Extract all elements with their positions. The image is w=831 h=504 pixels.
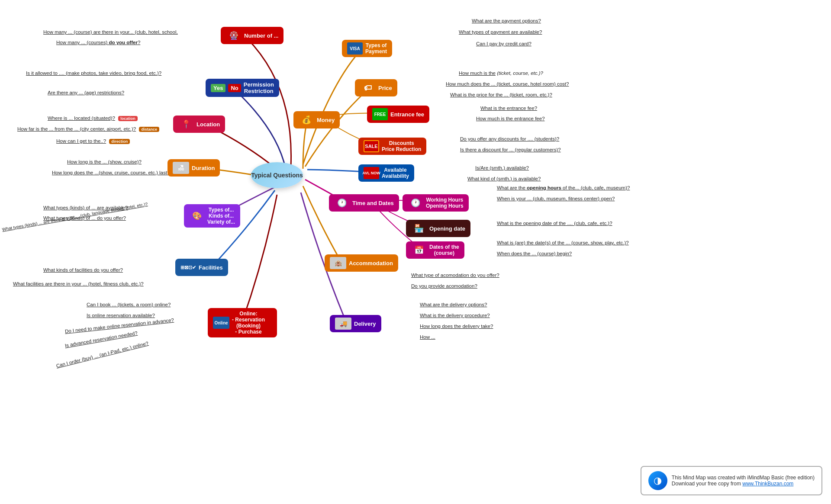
label-q-online2: Is online reservation available?: [87, 313, 155, 318]
node-money: 💰 Money: [293, 111, 340, 128]
available-icon: AVL NOW: [364, 167, 379, 179]
label-q-fac2: What facilities are there in your ... (h…: [13, 281, 144, 286]
label-q-pay3: Can I pay by credit card?: [476, 41, 531, 46]
label-q-pay2: What types of payment are available?: [459, 29, 542, 35]
label-q-num1: How many ... (course) are there in your.…: [43, 29, 178, 35]
label-q-del1: What are the delivery options?: [420, 302, 487, 307]
label-q-loc2: How far is the ... from the ... (city ce…: [17, 126, 159, 132]
label-q-loc3: How can I get to the..? direction: [56, 138, 130, 144]
opening-date-icon: 🏪: [411, 222, 427, 234]
label-q-num2: How many ... (courses) do you offer?: [56, 40, 140, 45]
accommodation-img: 🏨: [330, 257, 346, 269]
price-icon: 🏷: [360, 82, 376, 94]
label-q-avail1: Is/Are (smth.) available?: [475, 165, 529, 170]
node-entrance-fee: FREE Entrance fee: [367, 106, 429, 123]
label-q-dur1: How long is the ... (show, cruise)?: [67, 159, 142, 164]
node-discounts: SALE Discounts Price Reduction: [358, 138, 426, 155]
label-q-pay1: What are the payment options?: [472, 18, 541, 23]
label-q-price1: How much is the (ticket, course, etc.)?: [459, 71, 543, 76]
node-price: 🏷 Price: [355, 79, 397, 96]
label-q-dur2: How long does the ...(show, cruise, cour…: [52, 170, 170, 175]
label-q-perm2: Are there any ... (age) restrictions?: [48, 90, 124, 95]
watermark-text: This Mind Map was created with iMindMap …: [672, 475, 815, 487]
label-q-acc2: Do you provide acomodation?: [411, 283, 477, 289]
duration-img: 🏖: [173, 162, 189, 174]
dates-icon: 📅: [411, 244, 427, 256]
watermark: ◑ This Mind Map was created with iMindMa…: [641, 466, 822, 495]
online-img: Online: [213, 317, 229, 329]
node-opening-date: 🏪 Opening date: [406, 220, 470, 237]
node-dates-course: 📅 Dates of the (course): [406, 241, 464, 259]
label-q-online1: Can I book ... (tickets, a room) online?: [87, 302, 171, 307]
label-q-online3: Do I need to make online reservation in …: [64, 318, 174, 334]
center-node: Typical Questions: [251, 162, 303, 188]
label-q-del2: What is the delivery procedure?: [420, 313, 490, 318]
node-accommodation: 🏨 Accommodation: [325, 254, 398, 272]
label-q-disc1: Do you offer any discounts for .... (stu…: [460, 136, 559, 141]
node-online: Online Online: - Reservation (Booking) -…: [208, 308, 277, 337]
delivery-img: 🚚: [335, 318, 351, 330]
watermark-link[interactable]: www.ThinkBuzan.com: [742, 481, 793, 487]
working-icon: 🕐: [408, 197, 423, 209]
label-q-avail2: What kind of (smth.) is available?: [467, 176, 541, 181]
label-q-price2: How much does the ... (ticket, course, h…: [446, 81, 569, 87]
label-q-acc1: What type of acomodation do you offer?: [411, 273, 499, 278]
watermark-logo: ◑: [648, 471, 667, 490]
node-delivery: 🚚 Delivery: [330, 315, 381, 332]
node-number-of: 🎡 Number of ...: [221, 27, 283, 44]
node-types-of: 🎨 Types of... Kinds of... Variety of...: [184, 204, 240, 228]
label-q-wh1: What are the opening hours of the... (cl…: [497, 185, 630, 190]
node-available: AVL NOW Available Availability: [358, 164, 414, 182]
time-icon: 🕐: [334, 197, 350, 209]
label-q-dc2: When does the ... (course) begin?: [497, 251, 572, 256]
location-icon: 📍: [178, 118, 194, 130]
payment-icon: VISA: [347, 42, 363, 55]
money-icon: 💰: [299, 114, 314, 126]
label-q-ent2: How much is the entrance fee?: [476, 116, 545, 121]
label-q-perm1: Is it allowed to .... (make photos, take…: [26, 71, 161, 76]
node-permission: Yes No Permission Restriction: [206, 79, 279, 97]
label-q-loc1: Where is ... located (situated)? locatio…: [48, 116, 138, 121]
label-q-disc2: Is there a discount for ... (regular cus…: [460, 147, 561, 152]
label-q-fac1: What kinds of facilities do you offer?: [43, 267, 123, 273]
node-types-payment: VISA Types of Payment: [342, 40, 392, 57]
discounts-icon: SALE: [364, 140, 379, 152]
number-icon: 🎡: [226, 29, 242, 42]
entrance-icon: FREE: [372, 108, 388, 120]
label-q-wh2: When is your ... (club, museum, fitness …: [497, 196, 615, 201]
node-time-dates: 🕐 Time and Dates: [329, 194, 399, 212]
label-q-od1: What is the opening date of the .... (cl…: [497, 221, 612, 226]
facilities-icon: ⊞⊠⊡✔: [180, 261, 196, 273]
label-q-ent1: What is the entrance fee?: [480, 106, 537, 111]
node-location: 📍 Location: [173, 116, 225, 133]
node-facilities: ⊞⊠⊡✔ Facilities: [175, 259, 228, 276]
types-icon: 🎨: [189, 210, 205, 222]
label-q-price3: What is the price for the ... (ticket, r…: [450, 92, 552, 97]
node-working-hours: 🕐 Working Hours Opening Hours: [403, 194, 469, 212]
label-q-del3: How long does the delivery take?: [420, 324, 493, 329]
label-q-del4: How ...: [420, 334, 435, 340]
node-duration: 🏖 Duration: [167, 159, 220, 177]
label-q-dc1: What is (are) the date(s) of the ... (co…: [497, 240, 629, 245]
